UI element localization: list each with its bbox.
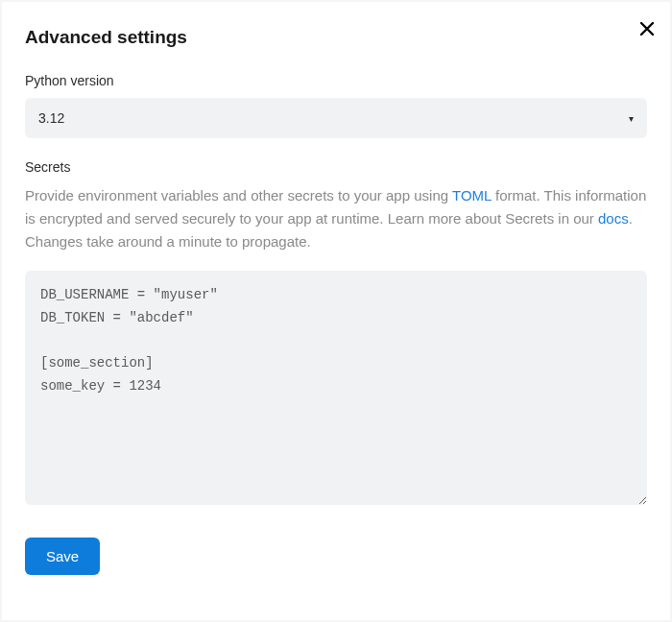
save-button[interactable]: Save (25, 538, 100, 575)
toml-link[interactable]: TOML (452, 187, 492, 203)
advanced-settings-modal: Advanced settings Python version 3.12 ▾ … (2, 2, 670, 620)
secrets-label: Secrets (25, 159, 647, 175)
python-version-field: 3.12 ▾ (25, 98, 647, 138)
close-icon (639, 21, 655, 36)
close-button[interactable] (639, 21, 655, 36)
docs-link[interactable]: docs (598, 210, 629, 227)
python-version-label: Python version (25, 73, 647, 88)
secrets-textarea[interactable] (25, 271, 647, 505)
python-version-select[interactable]: 3.12 (25, 98, 647, 138)
help-span: Provide environment variables and other … (25, 187, 452, 203)
modal-title: Advanced settings (25, 27, 647, 48)
secrets-help-text: Provide environment variables and other … (25, 184, 647, 253)
